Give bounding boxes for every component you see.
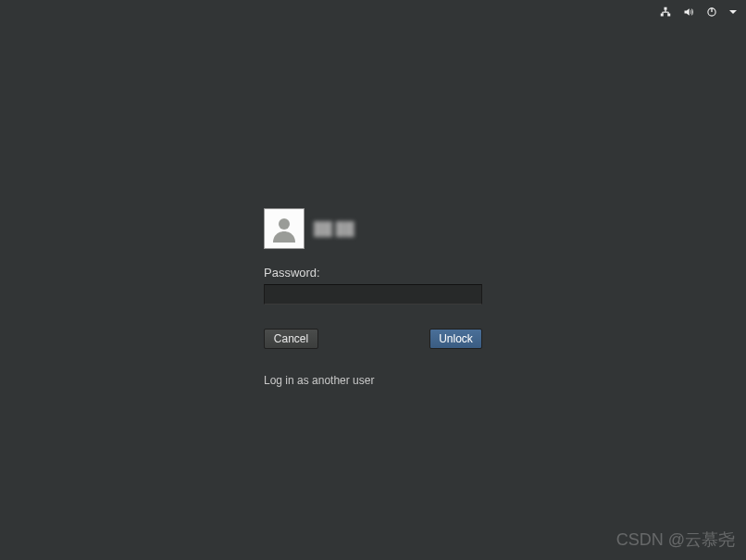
svg-point-5: [279, 218, 290, 230]
unlock-button[interactable]: Unlock: [429, 329, 482, 349]
cancel-button[interactable]: Cancel: [264, 329, 318, 349]
svg-rect-0: [665, 6, 667, 9]
svg-rect-1: [661, 13, 664, 16]
svg-rect-2: [667, 13, 670, 16]
network-icon[interactable]: [660, 6, 671, 18]
person-icon: [269, 214, 299, 243]
avatar: [264, 208, 305, 249]
power-icon[interactable]: [706, 6, 717, 18]
password-input[interactable]: [264, 284, 482, 305]
login-panel: ██ ██ Password: Cancel Unlock Log in as …: [264, 208, 482, 387]
password-label: Password:: [264, 266, 482, 280]
topbar: [660, 0, 746, 20]
username-label: ██ ██: [314, 221, 354, 236]
dropdown-icon[interactable]: [729, 10, 737, 14]
login-another-user-link[interactable]: Log in as another user: [264, 374, 482, 387]
button-row: Cancel Unlock: [264, 329, 482, 349]
volume-icon[interactable]: [683, 6, 694, 18]
watermark: CSDN @云慕尧: [616, 529, 735, 551]
user-row: ██ ██: [264, 208, 482, 249]
